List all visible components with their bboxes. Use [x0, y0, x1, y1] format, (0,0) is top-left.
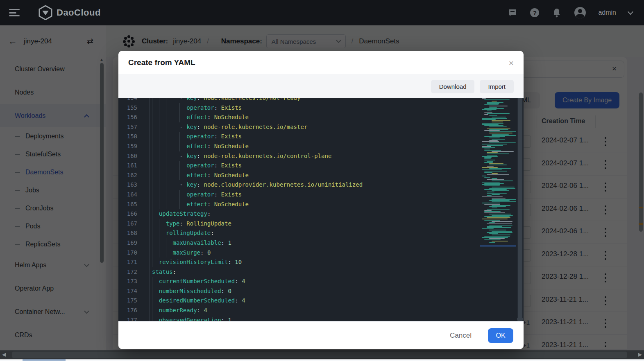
line-number: 157: [118, 122, 150, 132]
line-text: operator: Exists: [150, 132, 242, 142]
code-line: 166 updateStrategy:: [118, 209, 524, 219]
line-number: 164: [118, 190, 150, 200]
code-line: 158 operator: Exists: [118, 132, 524, 142]
code-line: 157 - key: node-role.kubernetes.io/maste…: [118, 122, 524, 132]
line-number: 174: [118, 287, 150, 296]
menu-icon[interactable]: [9, 9, 20, 16]
code-line: 165 effect: NoSchedule: [118, 200, 524, 210]
line-number: 166: [118, 209, 150, 219]
modal-footer: Cancel OK: [118, 321, 524, 349]
bell-icon[interactable]: [551, 7, 562, 18]
code-line: 154 - key: node.kubernetes.io/not-ready: [118, 98, 524, 103]
line-text: operator: Exists: [150, 103, 242, 113]
user-menu-chevron-icon[interactable]: [628, 9, 633, 15]
line-number: 160: [118, 151, 150, 161]
line-number: 173: [118, 277, 150, 287]
ok-button[interactable]: OK: [488, 328, 513, 343]
code-line: 156 effect: NoSchedule: [118, 113, 524, 122]
code-line: 175 desiredNumberScheduled: 4: [118, 296, 524, 306]
line-text: effect: NoSchedule: [150, 113, 249, 122]
line-number: 171: [118, 257, 150, 267]
modal-header: Create from YAML ×: [118, 51, 524, 74]
line-number: 165: [118, 200, 150, 210]
brand-logo[interactable]: DaoCloud: [39, 5, 101, 20]
navbar-actions: ? admin: [507, 7, 633, 18]
line-text: status:: [150, 267, 176, 277]
yaml-editor[interactable]: 154 - key: node.kubernetes.io/not-ready1…: [118, 98, 524, 321]
line-number: 175: [118, 296, 150, 306]
daocloud-logo-icon: [39, 5, 52, 20]
code-line: 159 effect: NoSchedule: [118, 142, 524, 151]
code-line: 155 operator: Exists: [118, 103, 524, 113]
code-line: 164 operator: Exists: [118, 190, 524, 200]
code-line: 176 numberReady: 4: [118, 306, 524, 316]
hscroll-thumb[interactable]: [12, 352, 627, 358]
line-text: - key: node.kubernetes.io/not-ready: [150, 98, 300, 103]
screen: ← jinye-204 ⇄ Cluster OverviewNodesWorkl…: [0, 0, 644, 361]
code-line: 174 numberMisscheduled: 0: [118, 287, 524, 296]
line-text: - key: node.cloudprovider.kubernetes.io/…: [150, 180, 363, 190]
chat-icon[interactable]: [507, 7, 518, 18]
username: admin: [598, 9, 616, 16]
code-line: 167 type: RollingUpdate: [118, 219, 524, 229]
line-number: 172: [118, 267, 150, 277]
line-number: 168: [118, 228, 150, 238]
editor-minimap[interactable]: [480, 98, 516, 248]
editor-scrollbar[interactable]: [517, 98, 524, 321]
modal-toolbar: Download Import: [118, 74, 524, 98]
modal-title: Create from YAML: [128, 58, 195, 67]
line-number: 161: [118, 161, 150, 171]
code-line: 160 - key: node-role.kubernetes.io/contr…: [118, 151, 524, 161]
line-text: updateStrategy:: [150, 209, 211, 219]
scroll-right-icon[interactable]: ▶: [638, 352, 642, 357]
line-text: effect: NoSchedule: [150, 142, 249, 151]
code-line: 162 effect: NoSchedule: [118, 171, 524, 180]
close-icon[interactable]: ×: [509, 59, 514, 67]
line-number: 163: [118, 180, 150, 190]
line-text: operator: Exists: [150, 190, 242, 200]
line-text: - key: node-role.kubernetes.io/master: [150, 122, 307, 132]
help-icon[interactable]: ?: [530, 8, 539, 17]
code-line: 168 rollingUpdate:: [118, 228, 524, 238]
avatar[interactable]: [574, 7, 586, 18]
code-line: 169 maxUnavailable: 1: [118, 238, 524, 248]
line-text: maxSurge: 0: [150, 248, 211, 258]
code-line: 173 currentNumberScheduled: 4: [118, 277, 524, 287]
page-horizontal-scrollbar[interactable]: ◀ ▶: [0, 350, 644, 359]
line-text: desiredNumberScheduled: 4: [150, 296, 245, 306]
line-number: 162: [118, 171, 150, 180]
create-from-yaml-modal: Create from YAML × Download Import 154 -…: [118, 51, 524, 349]
line-text: revisionHistoryLimit: 10: [150, 257, 242, 267]
code-line: 163 - key: node.cloudprovider.kubernetes…: [118, 180, 524, 190]
minimap-viewport-line: [480, 246, 516, 246]
code-line: 177 observedGeneration: 1: [118, 316, 524, 321]
scroll-left-icon[interactable]: ◀: [2, 352, 6, 357]
line-number: 158: [118, 132, 150, 142]
line-number: 176: [118, 306, 150, 316]
code-line: 170 maxSurge: 0: [118, 248, 524, 258]
code-line: 161 operator: Exists: [118, 161, 524, 171]
cancel-button[interactable]: Cancel: [447, 331, 474, 340]
code-line: 171 revisionHistoryLimit: 10: [118, 257, 524, 267]
line-text: effect: NoSchedule: [150, 171, 249, 180]
line-number: 155: [118, 103, 150, 113]
browser-scrollbar[interactable]: [0, 359, 644, 361]
editor-hscroll-thumb[interactable]: [517, 318, 523, 320]
line-text: numberReady: 4: [150, 306, 207, 316]
top-navbar: DaoCloud ? admin: [0, 0, 644, 25]
code-line: 172status:: [118, 267, 524, 277]
line-text: operator: Exists: [150, 161, 242, 171]
line-number: 177: [118, 316, 150, 321]
line-number: 167: [118, 219, 150, 229]
editor-code: 154 - key: node.kubernetes.io/not-ready1…: [118, 98, 524, 321]
line-text: type: RollingUpdate: [150, 219, 231, 229]
import-button[interactable]: Import: [480, 80, 514, 93]
line-text: effect: NoSchedule: [150, 200, 249, 210]
line-number: 159: [118, 142, 150, 151]
line-number: 154: [118, 98, 150, 103]
line-text: maxUnavailable: 1: [150, 238, 231, 248]
line-number: 170: [118, 248, 150, 258]
brand-name: DaoCloud: [57, 7, 101, 18]
line-text: observedGeneration: 1: [150, 316, 231, 321]
download-button[interactable]: Download: [431, 80, 475, 93]
